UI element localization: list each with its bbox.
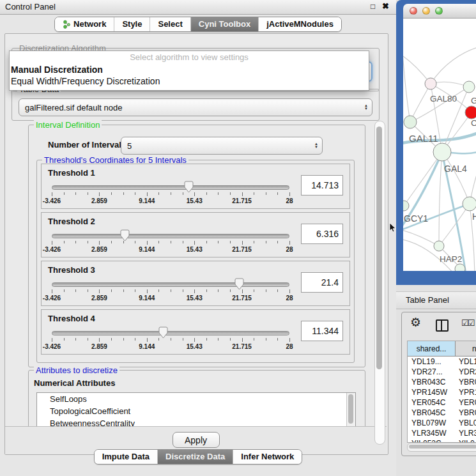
- attributes-list-scrollbar[interactable]: [346, 393, 355, 426]
- threshold-slider-1[interactable]: -3.4262.8599.14415.4321.71528: [52, 180, 289, 206]
- close-icon[interactable]: ✖: [382, 1, 389, 11]
- table-header-row: shared... na: [408, 341, 476, 357]
- threshold-label: Threshold 4: [48, 314, 95, 323]
- table-row[interactable]: YDR27...YDR2: [408, 367, 476, 377]
- algorithm-popup-items: Manual DiscretizationEqual Width/Frequen…: [10, 64, 369, 87]
- split-columns-icon[interactable]: [436, 319, 449, 332]
- bottom-tab-infer-network[interactable]: Infer Network: [233, 450, 302, 464]
- slider-tick: [206, 241, 207, 243]
- table-row[interactable]: YPR145WYPR1: [408, 387, 476, 397]
- slider-tick: [158, 192, 159, 195]
- attribute-items: SelfLoopsTopologicalCoefficientBetweenne…: [37, 393, 355, 426]
- top-tab-select[interactable]: Select: [150, 17, 190, 31]
- scrollbar-thumb[interactable]: [348, 394, 353, 424]
- control-panel-header: Control Panel □ ✖: [0, 0, 396, 15]
- panel-vertical-scrollbar[interactable]: [374, 121, 385, 445]
- column-header-name[interactable]: na: [456, 341, 476, 357]
- table-panel-title: Table Panel: [406, 295, 449, 305]
- slider-tick: [75, 241, 76, 243]
- slider-handle[interactable]: [234, 278, 244, 290]
- slider-tick: [254, 192, 254, 195]
- slider-tick: [242, 241, 243, 245]
- slider-tick: [88, 192, 88, 195]
- checkbox-icons[interactable]: ☑☑: [461, 318, 473, 328]
- top-tab-jactivemnodules[interactable]: jActiveMNodules: [258, 17, 341, 31]
- gear-icon[interactable]: ⚙: [410, 316, 421, 330]
- top-tab-label: Select: [158, 17, 182, 31]
- slider-tick: [135, 241, 135, 243]
- cell-shared-name: YBR043C: [408, 377, 455, 387]
- threshold-value-field[interactable]: 6.316: [301, 224, 343, 244]
- threshold-label: Threshold 1: [48, 168, 95, 178]
- table-data-combobox[interactable]: galFiltered.sif default node: [19, 98, 372, 116]
- network-view-canvas[interactable]: GAL80GAGAL11CGAL4GCY1HHAP2: [403, 19, 476, 271]
- table-row[interactable]: YBL079WYBL0: [408, 418, 476, 428]
- algorithm-option-manual-discretization[interactable]: Manual Discretization: [10, 64, 369, 75]
- attribute-item-topologicalcoefficient[interactable]: TopologicalCoefficient: [37, 405, 355, 417]
- top-tab-style[interactable]: Style: [114, 17, 150, 31]
- table-horizontal-scrollbar[interactable]: [407, 443, 476, 452]
- slider-track: [52, 234, 289, 238]
- network-node[interactable]: [425, 78, 436, 89]
- cell-shared-name: YER054C: [408, 397, 455, 408]
- network-node[interactable]: [463, 197, 476, 211]
- scrollbar-thumb[interactable]: [376, 127, 382, 369]
- slider-handle[interactable]: [184, 181, 194, 193]
- network-node[interactable]: [403, 201, 409, 211]
- network-node[interactable]: [455, 264, 465, 271]
- threshold-slider-4[interactable]: -3.4262.8599.14415.4321.71528: [52, 325, 289, 352]
- table-row[interactable]: YLR345WYLR3: [408, 428, 476, 438]
- slider-tick: [218, 241, 219, 243]
- float-window-icon[interactable]: □: [371, 2, 375, 11]
- network-node[interactable]: [463, 81, 475, 93]
- table-row[interactable]: YBR045CYBR0: [408, 408, 476, 418]
- zoom-traffic-light-icon[interactable]: [435, 7, 443, 15]
- number-of-intervals-combobox[interactable]: 5: [121, 137, 323, 155]
- top-tab-cyni-toolbox[interactable]: Cyni Toolbox: [190, 17, 258, 31]
- top-tab-network[interactable]: Network: [55, 17, 114, 31]
- slider-tick-label: 9.144: [139, 246, 155, 253]
- threshold-value-field[interactable]: 14.713: [301, 175, 343, 196]
- threshold-slider-3[interactable]: -3.4262.8599.14415.4321.71528: [52, 277, 289, 303]
- network-node[interactable]: [465, 106, 476, 119]
- bottom-tab-impute-data[interactable]: Impute Data: [95, 450, 157, 464]
- table-row[interactable]: YBR043CYBR0: [408, 377, 476, 387]
- slider-tick: [289, 289, 290, 293]
- network-node[interactable]: [434, 241, 444, 251]
- slider-tick: [230, 192, 231, 195]
- slider-tick: [266, 241, 266, 243]
- scrollbar-thumb[interactable]: [409, 445, 476, 449]
- slider-tick: [289, 192, 290, 196]
- slider-handle[interactable]: [158, 326, 168, 339]
- network-edge: [439, 152, 442, 246]
- apply-button[interactable]: Apply: [173, 432, 220, 448]
- attributes-group-title: Attributes to discretize: [34, 365, 119, 375]
- attribute-item-selfloops[interactable]: SelfLoops: [37, 393, 355, 405]
- bottom-tab-group: Impute DataDiscretize DataInfer Network: [94, 449, 303, 464]
- threshold-slider-2[interactable]: -3.4262.8599.14415.4321.71528: [52, 228, 289, 255]
- slider-tick: [194, 241, 195, 245]
- threshold-value-field[interactable]: 11.344: [301, 321, 343, 341]
- cell-shared-name: YDL19...: [408, 357, 455, 367]
- slider-tick-label: 21.715: [232, 295, 252, 302]
- table-data-combobox-value: galFiltered.sif default node: [25, 103, 122, 112]
- node-attribute-table[interactable]: shared... na YDL19...YDL1YDR27...YDR2YBR…: [407, 341, 476, 443]
- table-row[interactable]: YIL052CYIL0: [408, 438, 476, 443]
- network-node[interactable]: [404, 116, 417, 128]
- node-label-ga: GA: [471, 96, 476, 105]
- number-of-intervals-value: 5: [127, 141, 132, 151]
- network-node[interactable]: [433, 143, 451, 161]
- table-row[interactable]: YDL19...YDL1: [408, 357, 476, 367]
- slider-handle[interactable]: [120, 229, 130, 242]
- minimize-traffic-light-icon[interactable]: [422, 7, 430, 15]
- bottom-tab-discretize-data[interactable]: Discretize Data: [157, 450, 233, 464]
- slider-tick: [123, 338, 124, 341]
- attribute-item-betweennesscentrality[interactable]: BetweennessCentrality: [37, 417, 355, 426]
- algorithm-option-equal-width-frequency-discretization[interactable]: Equal Width/Frequency Discretization: [10, 75, 369, 87]
- threshold-value-field[interactable]: 21.4: [301, 272, 343, 293]
- slider-tick: [111, 241, 112, 243]
- column-header-shared-name[interactable]: shared...: [408, 341, 456, 357]
- table-row[interactable]: YER054CYER0: [408, 397, 476, 408]
- close-traffic-light-icon[interactable]: [410, 7, 417, 15]
- numerical-attributes-list[interactable]: SelfLoopsTopologicalCoefficientBetweenne…: [36, 392, 356, 426]
